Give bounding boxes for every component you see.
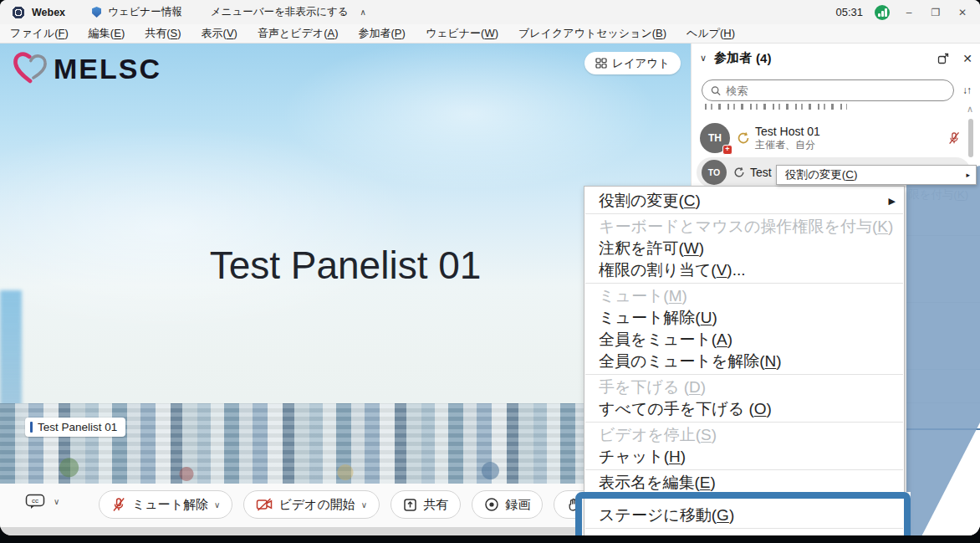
submenu-arrow-icon: ▸ xyxy=(966,166,970,184)
layout-button[interactable]: レイアウト xyxy=(584,52,681,74)
menu-file[interactable]: ファイル(F) xyxy=(10,26,69,41)
start-video-button-label: ビデオの開始 xyxy=(278,497,355,513)
panel-chevron-down-icon[interactable]: ∨ xyxy=(700,53,707,64)
menu-item-change-role[interactable]: 役割の変更(C)▶ xyxy=(584,190,904,212)
menu-participants[interactable]: 参加者(P) xyxy=(359,26,406,41)
menu-view[interactable]: 表示(V) xyxy=(202,26,237,41)
video-name-tag: Test Panelist 01 xyxy=(25,417,125,437)
menu-audio-video[interactable]: 音声とビデオ(A) xyxy=(258,26,339,41)
menu-breakout[interactable]: ブレイクアウトセッション(B) xyxy=(518,26,666,41)
participant-context-menu: 役割の変更(C)▶ キーボードとマウスの操作権限を付与(K) 注釈を許可(W) … xyxy=(584,186,905,535)
unmute-button[interactable]: ミュート解除 ∨ xyxy=(99,490,232,519)
hide-menubar-button[interactable]: メニューバーを非表示にする xyxy=(211,5,349,19)
menu-divider xyxy=(585,374,903,375)
titlebar-right: 05:31 – ❐ ✕ xyxy=(835,5,980,20)
unmute-button-label: ミュート解除 xyxy=(132,497,208,513)
record-button-label: 録画 xyxy=(505,497,530,513)
menu-edit[interactable]: 編集(E) xyxy=(89,26,125,41)
brand-name: MELSC xyxy=(54,53,161,85)
maximize-button[interactable]: ❐ xyxy=(928,7,943,18)
webex-logo-icon xyxy=(12,6,25,19)
menu-item-assign-privilege[interactable]: 権限の割り当て(V)... xyxy=(584,259,904,281)
popout-icon[interactable] xyxy=(937,53,949,64)
menu-help[interactable]: ヘルプ(H) xyxy=(687,26,735,41)
submenu-arrow-icon: ▶ xyxy=(889,190,896,212)
captions-chevron-icon[interactable]: ∨ xyxy=(54,497,59,506)
menubar: ファイル(F) 編集(E) 共有(S) 表示(V) 音声とビデオ(A) 参加者(… xyxy=(0,24,980,44)
heart-logo-icon xyxy=(12,50,48,87)
menu-item-stop-video: ビデオを停止(S) xyxy=(584,424,904,446)
menu-divider xyxy=(585,528,903,529)
screenshot-root: Webex ウェビナー情報 メニューバーを非表示にする ∧ 05:31 – ❐ … xyxy=(0,0,980,543)
connecting-icon xyxy=(733,166,745,178)
mic-off-icon xyxy=(111,497,126,512)
host-badge-icon: + xyxy=(722,145,732,155)
brand-logo: MELSC xyxy=(12,50,161,87)
titlebar-left: Webex ウェビナー情報 メニューバーを非表示にする ∧ xyxy=(0,5,366,19)
menu-item-lower-hand: 手を下げる (D) xyxy=(584,377,904,398)
search-box[interactable] xyxy=(702,79,954,101)
menu-item-chat[interactable]: チャット(H) xyxy=(584,446,904,468)
avatar: TH + xyxy=(700,123,730,153)
search-icon xyxy=(711,85,721,96)
menu-item-mute: ミュート(M) xyxy=(584,285,904,307)
menu-item-allow-annotate[interactable]: 注釈を許可(W) xyxy=(584,238,904,259)
captions-group: cc ∨ xyxy=(25,494,59,510)
participant-name: Test xyxy=(750,166,772,179)
presenter-icon xyxy=(737,131,750,145)
minimize-button[interactable]: – xyxy=(901,7,916,18)
menu-divider xyxy=(585,495,903,496)
panel-close-icon[interactable]: ✕ xyxy=(962,52,972,65)
menu-webinar[interactable]: ウェビナー(W) xyxy=(426,26,498,41)
webinar-info-button[interactable]: ウェビナー情報 xyxy=(108,5,182,19)
camera-off-icon xyxy=(256,498,273,511)
layout-grid-icon xyxy=(595,58,607,69)
menu-item-unmute[interactable]: ミュート解除(U) xyxy=(584,307,904,329)
chevron-up-icon[interactable]: ∧ xyxy=(360,8,366,17)
share-button[interactable]: 共有 xyxy=(390,490,461,519)
record-button[interactable]: 録画 xyxy=(472,490,543,519)
participants-title: 参加者 xyxy=(714,50,752,66)
captions-icon[interactable]: cc xyxy=(25,494,45,510)
participant-muted-icon xyxy=(947,131,961,145)
menu-divider xyxy=(585,422,903,423)
start-video-button[interactable]: ビデオの開始 ∨ xyxy=(243,490,380,519)
scroll-up-icon[interactable]: ∧ xyxy=(967,104,973,115)
share-button-label: 共有 xyxy=(423,497,448,513)
webex-window: Webex ウェビナー情報 メニューバーを非表示にする ∧ 05:31 – ❐ … xyxy=(0,0,980,535)
participant-role: 主催者、自分 xyxy=(755,139,820,151)
record-icon xyxy=(484,497,499,512)
menu-item-grant-control: キーボードとマウスの操作権限を付与(K) xyxy=(584,216,904,238)
menu-share[interactable]: 共有(S) xyxy=(145,26,181,41)
speaking-indicator-icon xyxy=(30,422,33,433)
participants-header: ∨ 参加者 (4) ✕ xyxy=(700,50,972,66)
menu-item-mute-all[interactable]: 全員をミュート(A) xyxy=(584,329,904,351)
close-button[interactable]: ✕ xyxy=(955,7,970,18)
menu-item-move-to-stage[interactable]: ステージに移動(G) xyxy=(584,505,904,526)
app-name: Webex xyxy=(32,7,65,18)
share-icon xyxy=(403,498,417,512)
connection-status-icon xyxy=(875,5,890,20)
search-input[interactable] xyxy=(726,85,945,97)
video-name-tag-label: Test Panelist 01 xyxy=(38,421,117,433)
clipped-list-row xyxy=(705,104,847,110)
participants-count: (4) xyxy=(756,51,771,65)
avatar: TO xyxy=(702,160,727,185)
clock-time: 05:31 xyxy=(835,6,863,18)
menu-divider xyxy=(585,283,903,284)
menu-item-lower-all-hands[interactable]: すべての手を下げる (O) xyxy=(584,398,904,420)
menu-divider xyxy=(585,213,903,214)
participant-row-host[interactable]: TH + Test Host 01 主催者、自分 xyxy=(697,119,972,157)
video-chevron-icon[interactable]: ∨ xyxy=(361,500,367,510)
sort-icon[interactable]: ↓↑ xyxy=(962,85,971,96)
webinar-info-icon xyxy=(92,7,101,18)
menu-divider xyxy=(585,469,903,470)
context-menu-original-item[interactable]: 役割の変更(C) ▸ xyxy=(776,165,977,185)
titlebar: Webex ウェビナー情報 メニューバーを非表示にする ∧ 05:31 – ❐ … xyxy=(0,0,980,24)
unmute-chevron-icon[interactable]: ∨ xyxy=(214,500,220,510)
menu-item-edit-display-name[interactable]: 表示名を編集(E) xyxy=(584,472,904,494)
participants-search-row: ↓↑ xyxy=(702,79,971,101)
menu-item-unmute-all[interactable]: 全員のミュートを解除(N) xyxy=(584,351,904,372)
layout-button-label: レイアウト xyxy=(612,56,670,71)
participant-name: Test Host 01 xyxy=(755,125,820,140)
